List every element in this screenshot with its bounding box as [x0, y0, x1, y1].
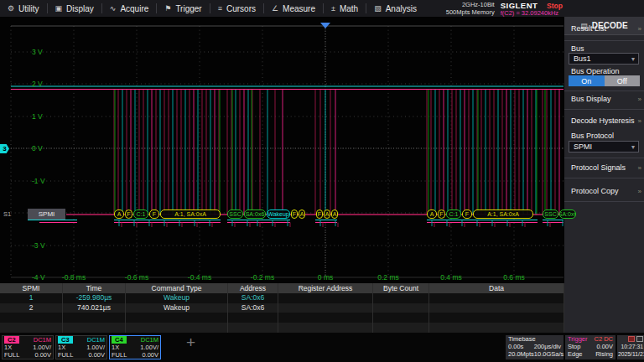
brand-block: SIGLENT Stop f(C2) = 32.09240kHz — [501, 1, 563, 17]
menu-item-trigger[interactable]: ⚑Trigger — [157, 0, 209, 17]
channel-coupling: DC1M — [34, 336, 51, 344]
table-row[interactable]: 2740.021µsWakeupSA:0x6 — [0, 303, 564, 313]
table-row[interactable]: 1-259.980µsWakeupSA:0x6 — [0, 293, 564, 303]
bus-display-button[interactable]: Bus Display » — [564, 92, 644, 106]
menu-item-label: Math — [340, 4, 358, 13]
math-icon: ± — [331, 4, 335, 13]
timebase-delay: 0.00s — [508, 343, 523, 350]
decode-packet: F — [462, 209, 472, 219]
table-cell — [429, 313, 564, 323]
timebase-descriptor[interactable]: Timebase 0.00s 200µs/div 20.0Mpts 10.0GS… — [506, 335, 564, 359]
table-cell — [373, 313, 429, 323]
waveform-svg — [0, 17, 564, 283]
cursors-icon: ≡ — [218, 4, 222, 13]
v-axis-label: 2 V — [32, 80, 43, 88]
decode-packet: Wakeup — [267, 209, 290, 219]
t-axis-label: 0.4 ms — [440, 273, 462, 282]
menu-item-display[interactable]: ▣Display — [48, 0, 101, 17]
table-cell — [0, 323, 63, 333]
top-menu-bar: ⚙Utility▣Display∿Acquire⚑Trigger≡Cursors… — [0, 0, 644, 17]
chevron-right-icon: » — [638, 25, 641, 33]
measure-icon: ∠ — [272, 4, 278, 13]
trigger-source: C2 DC — [594, 335, 613, 343]
menu-item-measure[interactable]: ∠Measure — [264, 0, 323, 17]
channel-scale: 1.00V/ — [140, 344, 158, 351]
channel-coupling: DC1M — [141, 336, 158, 344]
table-cell: -259.980µs — [63, 293, 126, 303]
menu-item-label: Display — [66, 4, 94, 13]
table-row[interactable] — [0, 313, 564, 323]
decode-packet: A — [299, 209, 305, 219]
v-axis-label: -1 V — [32, 177, 45, 185]
chevron-right-icon: » — [638, 164, 641, 172]
menu-item-analysis[interactable]: ▧Analysis — [366, 0, 424, 17]
decode-packet: F — [149, 209, 159, 219]
timebase-samplerate: 10.0GSa/s — [534, 350, 564, 358]
menu-item-label: Measure — [283, 4, 315, 13]
bus-protocol-dropdown[interactable]: SPMI ▾ — [569, 141, 639, 153]
menu-item-math[interactable]: ±Math — [324, 0, 366, 17]
table-row[interactable] — [0, 323, 564, 333]
waveform-display: 3 V2 V1 V0 V-1 V-3 V-4 V -0.8 ms-0.6 ms-… — [0, 17, 564, 283]
t-axis-label: 0.6 ms — [503, 273, 525, 282]
bus-dropdown[interactable]: Bus1 ▾ — [569, 53, 639, 65]
table-header-row: SPMITimeCommand TypeAddressRegister Addr… — [0, 283, 564, 293]
channel-offset: 0.00V — [34, 351, 51, 359]
menu-item-label: Cursors — [226, 4, 256, 13]
v-axis-label: 3 V — [32, 48, 43, 56]
channel-offset: 0.00V — [142, 351, 158, 359]
table-cell — [63, 313, 126, 323]
decode-packet: SA:0x6 — [559, 209, 576, 219]
menu-item-utility[interactable]: ⚙Utility — [0, 0, 47, 17]
table-cell — [228, 313, 278, 323]
table-cell — [126, 323, 228, 333]
decode-packet: SSC — [227, 209, 243, 219]
result-list-button[interactable]: Result List » — [564, 22, 644, 35]
channel-descriptor-c3[interactable]: C3DC1M1X1.00V/FULL0.00V — [55, 335, 107, 359]
decode-hysteresis-button[interactable]: Decode Hysteresis » — [564, 114, 644, 127]
menu-item-label: Acquire — [120, 4, 148, 13]
menu-item-cursors[interactable]: ≡Cursors — [210, 0, 263, 17]
table-cell — [373, 323, 429, 333]
decode-bus-tag[interactable]: SPMI — [28, 209, 65, 220]
bus-operation-off[interactable]: Off — [605, 75, 641, 86]
protocol-copy-button[interactable]: Protocol Copy » — [564, 184, 644, 198]
channel-descriptor-c2[interactable]: C2DC1M1X1.00V/FULL0.00V — [2, 335, 54, 359]
acquire-icon: ∿ — [110, 4, 117, 13]
chevron-right-icon: » — [638, 96, 641, 103]
channel-name-chip: C3 — [58, 336, 73, 344]
decode-panel: ▤ DECODE Result List » Bus Bus1 ▾ Bus Op… — [564, 17, 644, 362]
v-axis-label: -4 V — [32, 273, 45, 282]
channel-probe: 1X — [58, 344, 65, 351]
trigger-descriptor[interactable]: Trigger C2 DC Stop 0.00V Edge Rising — [565, 335, 615, 359]
bus-operation-on[interactable]: On — [569, 75, 605, 86]
menu-item-acquire[interactable]: ∿Acquire — [102, 0, 156, 17]
table-header-cell: Time — [63, 283, 126, 293]
clock-block: 10:27:31 2025/11/21 — [617, 335, 644, 359]
table-cell — [278, 303, 373, 313]
table-cell: 740.021µs — [63, 303, 126, 313]
channel-bandwidth: FULL — [58, 351, 73, 359]
table-cell: 1 — [0, 293, 63, 303]
decode-packet: A — [324, 209, 330, 219]
table-header-cell: Command Type — [126, 283, 228, 293]
table-cell — [228, 323, 278, 333]
separator — [564, 178, 644, 178]
table-cell — [429, 293, 564, 303]
v-axis-label: -3 V — [32, 241, 45, 250]
trigger-position-marker[interactable] — [320, 23, 330, 28]
channel-probe: 1X — [112, 344, 119, 351]
channel-scale: 1.00V/ — [33, 344, 51, 351]
channel-descriptor-c4[interactable]: C4DC1M1X1.00V/FULL0.00V — [109, 335, 161, 359]
oscilloscope-ui: ⚙Utility▣Display∿Acquire⚑Trigger≡Cursors… — [0, 0, 644, 362]
memory-label: 500Mpts Memory — [446, 8, 495, 16]
t-axis-label: -0.8 ms — [62, 273, 86, 282]
table-cell — [126, 313, 228, 323]
crosshair-icon: + — [186, 334, 195, 352]
protocol-signals-button[interactable]: Protocol Signals » — [564, 161, 644, 174]
chevron-right-icon: » — [638, 117, 641, 125]
table-cell — [278, 323, 373, 333]
channel-offset: 0.00V — [88, 351, 105, 359]
decode-packet: C:1 — [133, 209, 148, 219]
decode-packet: F — [438, 209, 445, 219]
